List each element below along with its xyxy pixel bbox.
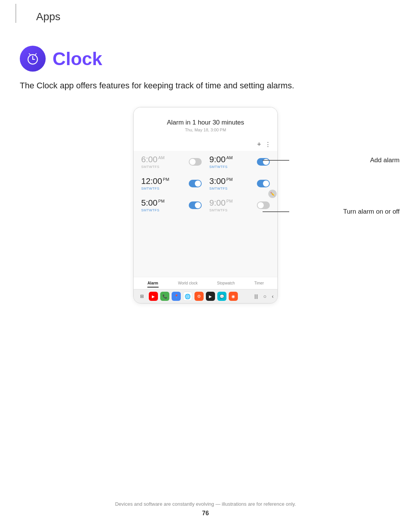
alarm-cell-3: 12:00PM SMTWTFS [137,173,206,194]
dock-youtube2-icon[interactable]: ▶ [206,292,215,301]
alarm-days-1: SMTWTFS [141,165,189,169]
toggle-knob-4 [263,181,269,187]
alarm-cell-5: 5:00PM SMTWTFS [137,194,206,216]
breadcrumb-bar: Apps [15,4,411,23]
alarm-time-block-5: 5:00PM SMTWTFS [141,198,189,212]
alarm-time-2: 9:00AM [209,155,257,165]
toggle-knob-6 [258,202,264,208]
dock-phone-icon[interactable]: 📞 [160,292,169,301]
svg-line-4 [35,54,37,55]
dock-chrome-icon[interactable]: 🌐 [183,292,192,301]
toggle-knob-3 [195,181,201,187]
alarm-grid: 6:00AM SMTWTFS 9:00AM SMTWTFS [134,151,277,216]
alarm-toggle-5[interactable] [189,201,202,209]
clock-section: Clock The Clock app offers features for … [20,46,391,92]
alarm-period-3: PM [163,177,169,182]
spacer [134,216,277,246]
tab-timer-label: Timer [254,281,264,285]
alarm-days-2: SMTWTFS [209,165,257,169]
alarm-days-4: SMTWTFS [209,187,257,190]
alarm-days-6: SMTWTFS [209,208,257,212]
breadcrumb-label: Apps [36,11,61,22]
tab-stopwatch[interactable]: Stopwatch [217,281,235,288]
dock-youtube-icon[interactable]: ▶ [149,292,158,301]
alarm-time-6: 9:00PM [209,198,257,208]
alarm-time-5: 5:00PM [141,198,189,208]
bottom-nav-tabs: Alarm World clock Stopwatch Timer [134,277,277,289]
alarm-period-2: AM [226,155,233,160]
alarm-time-1: 6:00AM [141,155,189,165]
alarm-cell-1: 6:00AM SMTWTFS [137,151,206,173]
tab-timer[interactable]: Timer [254,281,264,288]
alarm-time-3: 12:00PM [141,176,189,186]
alarm-toggle-4[interactable] [257,180,270,187]
alarm-period-4: PM [226,177,233,182]
alarm-period-5: PM [158,199,165,203]
clock-svg-icon [25,51,40,66]
clock-app-icon [20,46,46,72]
toggle-knob-1 [190,159,196,165]
dock-settings-icon[interactable]: ⚙ [194,292,204,301]
clock-heading: Clock [20,46,391,72]
alarm-time-block-1: 6:00AM SMTWTFS [141,155,189,169]
page-title: Clock [53,48,102,69]
add-alarm-icon[interactable]: + [257,141,261,149]
alarm-time-block-2: 9:00AM SMTWTFS [209,155,257,169]
alarm-cell-6: 9:00PM SMTWTFS [206,194,274,216]
system-back-icon[interactable]: ‹ [272,293,274,299]
alarm-time-4: 3:00PM [209,176,257,186]
alarm-period-1: AM [158,155,165,160]
dock-messages-icon[interactable]: 💬 [217,292,226,301]
dock-maps-icon[interactable]: 📍 [172,292,181,301]
svg-line-3 [29,54,30,55]
system-nav: ||| ○ ‹ [255,293,274,299]
alarm-time-block-4: 3:00PM SMTWTFS [209,176,257,190]
more-options-icon[interactable]: ⋮ [265,141,271,148]
tab-stopwatch-label: Stopwatch [217,281,235,285]
edit-alarm-button[interactable]: ✏️ [268,190,277,198]
app-dock: ⊞ ▶ 📞 📍 🌐 ⚙ ▶ 💬 ◉ ||| ○ ‹ [134,289,277,303]
footer-page-number: 76 [0,510,411,517]
alarm-days-3: SMTWTFS [141,187,189,190]
footer-note: Devices and software are constantly evol… [0,501,411,507]
device-mockup: Alarm in 1 hour 30 minutes Thu, May 18, … [133,107,278,304]
top-icons-group: + ⋮ [257,141,271,149]
alarm-period-6: PM [226,199,233,203]
alarm-countdown-title: Alarm in 1 hour 30 minutes [141,119,270,126]
alarm-toggle-6[interactable] [257,201,270,209]
add-alarm-callout-label: Add alarm [370,157,400,164]
alarm-cell-4: 3:00PM SMTWTFS ✏️ [206,173,274,194]
alarm-toggle-2[interactable] [257,158,270,166]
alarm-time-block-3: 12:00PM SMTWTFS [141,176,189,190]
system-menu-icon[interactable]: ||| [255,294,258,299]
alarm-toggle-3[interactable] [189,180,202,187]
tab-alarm-underline [147,287,159,288]
toggle-knob-5 [195,202,201,208]
dock-samsung-icon[interactable]: ◉ [229,292,238,301]
tab-world-clock-label: World clock [178,281,198,285]
alarm-date-subtitle: Thu, May 18, 3:00 PM [141,128,270,132]
clock-description: The Clock app offers features for keepin… [20,79,391,92]
device-mockup-wrapper: Alarm in 1 hour 30 minutes Thu, May 18, … [0,107,411,304]
alarm-header: Alarm in 1 hour 30 minutes Thu, May 18, … [134,107,277,138]
tab-alarm[interactable]: Alarm [147,281,159,288]
system-home-icon[interactable]: ○ [263,293,266,299]
dock-grid-icon[interactable]: ⊞ [137,292,147,301]
tab-alarm-label: Alarm [147,281,158,285]
top-action-bar: + ⋮ [134,138,277,151]
tab-world-clock[interactable]: World clock [178,281,198,288]
alarm-toggle-1[interactable] [189,158,202,166]
alarm-cell-2: 9:00AM SMTWTFS [206,151,274,173]
turn-alarm-callout-label: Turn alarm on or off [343,208,400,216]
alarm-days-5: SMTWTFS [141,208,189,212]
footer: Devices and software are constantly evol… [0,501,411,517]
pencil-icon: ✏️ [270,192,275,196]
alarm-time-block-6: 9:00PM SMTWTFS [209,198,257,212]
toggle-knob-2 [263,159,269,165]
